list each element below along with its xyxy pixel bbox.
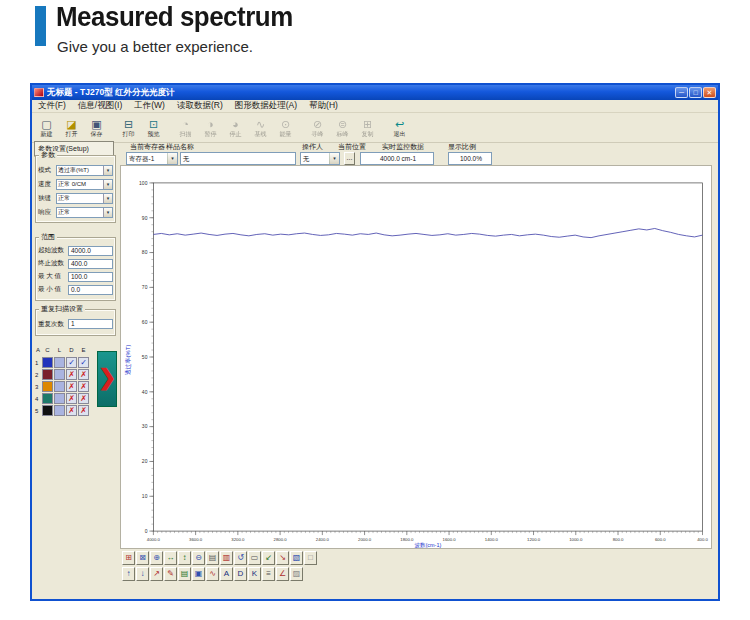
toolbar-button-print[interactable]: ⊟打印 (116, 114, 141, 141)
svg-text:1600.0: 1600.0 (443, 537, 457, 542)
maximize-button[interactable]: □ (689, 87, 702, 98)
max-value-input[interactable]: 100.0 (68, 272, 113, 282)
slope-button[interactable]: ∠ (276, 567, 289, 581)
panel-button[interactable]: ▣ (192, 567, 205, 581)
toolbar-button-label: 基线 (255, 131, 267, 138)
toolbar-button-exit[interactable]: ↩退出 (387, 114, 412, 141)
hatch-button[interactable]: ▧ (290, 551, 303, 565)
color-swatch[interactable] (42, 405, 53, 416)
color-swatch[interactable] (42, 381, 53, 392)
response-select[interactable]: 正常▾ (56, 207, 113, 218)
slit-select[interactable]: 正常▾ (56, 193, 113, 204)
max-value-label: 最 大 值 (38, 272, 68, 281)
palette-button[interactable]: ⊠ (136, 551, 149, 565)
smooth-button[interactable]: ∿ (206, 567, 219, 581)
menu-item[interactable]: 工作(W) (128, 100, 171, 112)
line-style-swatch[interactable] (54, 381, 65, 392)
browse-button[interactable]: ... (344, 152, 355, 165)
expand-button[interactable]: ↗ (150, 567, 163, 581)
x-icon[interactable]: ✗ (66, 369, 77, 380)
baseline-button[interactable]: ≡ (262, 567, 275, 581)
title-bar[interactable]: 无标题 - TJ270型 红外分光光度计 ─ □ ✕ (32, 85, 718, 100)
line-style-swatch[interactable] (54, 405, 65, 416)
close-button[interactable]: ✕ (703, 87, 716, 98)
menu-item[interactable]: 读取数据(R) (171, 100, 229, 112)
minimize-button[interactable]: ─ (675, 87, 688, 98)
end-wavenumber-input[interactable]: 400.0 (68, 259, 113, 269)
position-label: 当前位置 (338, 142, 366, 152)
color-swatch[interactable] (42, 357, 53, 368)
line-style-swatch[interactable] (54, 393, 65, 404)
edit-button[interactable]: ✎ (164, 567, 177, 581)
scale-label: 显示比例 (448, 142, 476, 152)
graph-toolbar-row-2: ↑↓↗✎▤▣∿ADK≡∠▨ (122, 567, 304, 581)
tile-button[interactable]: ⊞ (122, 551, 135, 565)
svg-text:1400.0: 1400.0 (485, 537, 499, 542)
pan-h-button[interactable]: ↔ (164, 551, 177, 565)
toolbar-button-label: 打印 (123, 131, 135, 138)
pan-v-button[interactable]: ↕ (178, 551, 191, 565)
chevron-down-icon[interactable]: ▾ (167, 153, 177, 164)
refresh-button[interactable]: ↺ (234, 551, 247, 565)
color-swatch[interactable] (42, 369, 53, 380)
chevron-down-icon[interactable]: ▾ (103, 208, 112, 217)
grid-button[interactable]: ▥ (220, 551, 233, 565)
scan-icon: ◔ (182, 118, 189, 131)
move-up-button[interactable]: ↑ (122, 567, 135, 581)
chevron-down-icon[interactable]: ▾ (103, 166, 112, 175)
blank-button[interactable]: □ (304, 551, 317, 565)
derivative-button[interactable]: D (234, 567, 247, 581)
x-icon[interactable]: ✗ (78, 405, 89, 416)
toolbar-button-preview[interactable]: ⊡预览 (141, 114, 166, 141)
list-button[interactable]: ▤ (206, 551, 219, 565)
check-icon[interactable]: ✓ (66, 357, 77, 368)
toolbar-button-new[interactable]: ▢新建 (34, 114, 59, 141)
sample-name-input[interactable]: 无 (180, 152, 296, 165)
repeat-count-input[interactable]: 1 (68, 319, 113, 329)
constant-button[interactable]: K (248, 567, 261, 581)
table-button[interactable]: ▤ (178, 567, 191, 581)
current-position-readout: 4000.0 cm-1 (360, 152, 434, 165)
abs-button[interactable]: A (220, 567, 233, 581)
graph-toolbar-row-1: ⊞⊠⊕↔↕⊖▤▥↺▭↙↘▧□ (122, 551, 318, 565)
operator-select[interactable]: 无 ▾ (300, 152, 340, 165)
x-icon[interactable]: ✗ (78, 369, 89, 380)
svg-text:400.0: 400.0 (697, 537, 708, 542)
zoom-in-button[interactable]: ⊕ (150, 551, 163, 565)
x-icon[interactable]: ✗ (66, 381, 77, 392)
chevron-down-icon[interactable]: ▾ (103, 194, 112, 203)
x-icon[interactable]: ✗ (78, 393, 89, 404)
chevron-down-icon[interactable]: ▾ (103, 180, 112, 189)
register-select[interactable]: 寄存器-1 ▾ (126, 152, 178, 165)
zoom-out-button[interactable]: ⊖ (192, 551, 205, 565)
move-down-button[interactable]: ↓ (136, 567, 149, 581)
line-style-swatch[interactable] (54, 369, 65, 380)
x-icon[interactable]: ✗ (78, 381, 89, 392)
chevron-down-icon[interactable]: ▾ (329, 153, 339, 164)
menu-item[interactable]: 信息/视图(I) (72, 100, 128, 112)
start-wavenumber-input[interactable]: 4000.0 (68, 246, 113, 256)
menu-item[interactable]: 文件(F) (32, 100, 72, 112)
mode-select[interactable]: 透过率(%T)▾ (56, 165, 113, 176)
toolbar-button-open[interactable]: ◪打开 (59, 114, 84, 141)
menu-item[interactable]: 图形数据处理(A) (229, 100, 303, 112)
palette-next-button[interactable]: ❯ (97, 351, 117, 407)
check-icon[interactable]: ✓ (78, 357, 89, 368)
menu-item[interactable]: 帮助(H) (303, 100, 344, 112)
color-swatch[interactable] (42, 393, 53, 404)
min-value-input[interactable]: 0.0 (68, 285, 113, 295)
x-icon[interactable]: ✗ (66, 393, 77, 404)
line-style-swatch[interactable] (54, 357, 65, 368)
window-title: 无标题 - TJ270型 红外分光光度计 (47, 87, 674, 99)
parameter-panel: 参数设置(Setup) 参数 模式透过率(%T)▾速度正常 0/CM▾狭缝正常▾… (34, 141, 118, 597)
param-row-start-wavenumber: 起始波数4000.0 (36, 244, 115, 257)
trace-up-button[interactable]: ↘ (276, 551, 289, 565)
speed-select[interactable]: 正常 0/CM▾ (56, 179, 113, 190)
trace-down-button[interactable]: ↙ (262, 551, 275, 565)
toolbar-button-peak-find: ⊘寻峰 (305, 114, 330, 141)
svg-text:0: 0 (145, 529, 148, 534)
select-rect-button[interactable]: ▭ (248, 551, 261, 565)
toolbar-button-save[interactable]: ▣保存 (84, 114, 109, 141)
fill-button[interactable]: ▨ (290, 567, 303, 581)
x-icon[interactable]: ✗ (66, 405, 77, 416)
